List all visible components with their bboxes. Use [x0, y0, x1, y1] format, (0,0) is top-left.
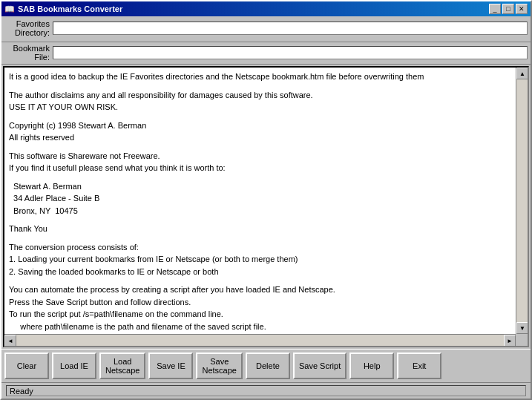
text-para-6: Thank You	[9, 223, 511, 235]
bookmark-input[interactable]	[53, 46, 528, 59]
status-bar: Ready	[1, 382, 531, 399]
text-para-5: Stewart A. Berman 34 Adler Place - Suite…	[9, 180, 511, 217]
scroll-corner	[516, 334, 528, 346]
app-title: SAB Bookmarks Converter	[18, 4, 122, 13]
favorites-row: FavoritesDirectory:	[4, 19, 528, 37]
text-para-4: This software is Shareware not Freeware.…	[9, 150, 511, 174]
exit-button[interactable]: Exit	[397, 353, 441, 379]
scroll-track-vertical[interactable]	[516, 79, 528, 322]
text-para-1: It is a good idea to backup the IE Favor…	[9, 71, 511, 83]
bookmark-area: BookmarkFile:	[1, 42, 531, 65]
scroll-down-button[interactable]: ▼	[516, 322, 528, 334]
title-bar-controls: _ □ ✕	[489, 4, 528, 14]
form-area: FavoritesDirectory:	[1, 16, 531, 42]
maximize-button[interactable]: □	[502, 4, 514, 14]
favorites-label: FavoritesDirectory:	[4, 19, 53, 37]
text-area-container: It is a good idea to backup the IE Favor…	[3, 66, 529, 347]
text-para-7: The conversion process consists of:1. Lo…	[9, 241, 511, 278]
text-para-8: You can automate the process by creating…	[9, 283, 511, 332]
horizontal-scrollbar[interactable]: ◄ ►	[4, 334, 516, 346]
button-bar: Clear Load IE Load Netscape Save IE Save…	[1, 349, 531, 382]
favorites-input[interactable]	[53, 22, 528, 35]
load-netscape-button[interactable]: Load Netscape	[99, 353, 145, 379]
minimize-button[interactable]: _	[489, 4, 501, 14]
status-text: Ready	[10, 387, 33, 396]
scroll-right-button[interactable]: ►	[504, 335, 516, 347]
text-content: It is a good idea to backup the IE Favor…	[4, 68, 516, 346]
title-bar-title: 📖 SAB Bookmarks Converter	[4, 4, 122, 14]
bookmark-label: BookmarkFile:	[4, 44, 53, 62]
status-panel: Ready	[6, 385, 526, 396]
bookmark-row: BookmarkFile:	[4, 44, 528, 62]
title-bar: 📖 SAB Bookmarks Converter _ □ ✕	[1, 1, 531, 16]
scroll-up-button[interactable]: ▲	[516, 68, 528, 79]
delete-button[interactable]: Delete	[246, 353, 290, 379]
main-window: 📖 SAB Bookmarks Converter _ □ ✕ Favorite…	[0, 0, 532, 400]
scroll-track-horizontal[interactable]	[16, 335, 504, 346]
text-para-3: Copyright (c) 1998 Stewart A. BermanAll …	[9, 119, 511, 144]
load-ie-button[interactable]: Load IE	[52, 353, 96, 379]
save-netscape-button[interactable]: Save Netscape	[196, 353, 242, 379]
close-button[interactable]: ✕	[516, 4, 528, 14]
app-icon: 📖	[4, 4, 15, 14]
text-para-2: The author disclaims any and all respons…	[9, 89, 511, 114]
clear-button[interactable]: Clear	[4, 353, 49, 379]
save-ie-button[interactable]: Save IE	[148, 353, 193, 379]
vertical-scrollbar[interactable]: ▲ ▼	[516, 68, 528, 334]
help-button[interactable]: Help	[349, 353, 394, 379]
save-script-button[interactable]: Save Script	[293, 353, 347, 379]
scroll-left-button[interactable]: ◄	[4, 335, 16, 347]
